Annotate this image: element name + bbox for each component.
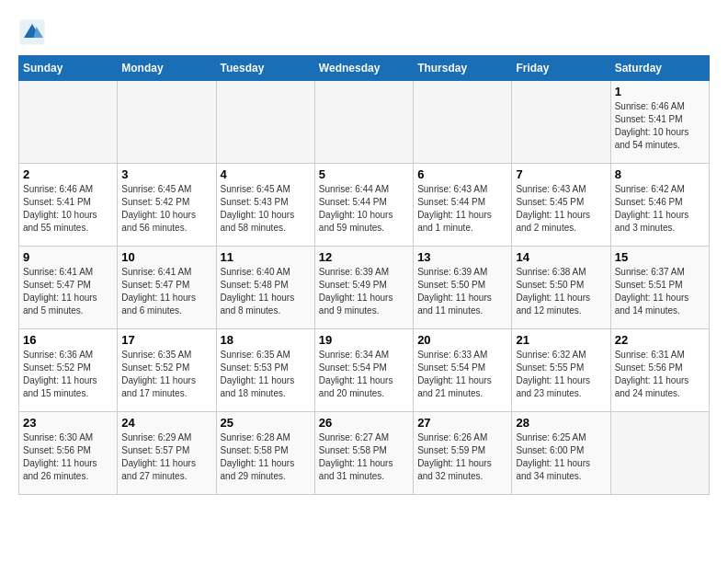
header: [18, 18, 710, 46]
day-number: 13: [417, 250, 507, 264]
day-number: 3: [121, 167, 211, 181]
day-number: 11: [221, 250, 311, 264]
day-number: 7: [516, 167, 606, 181]
day-info: Sunrise: 6:45 AM Sunset: 5:43 PM Dayligh…: [221, 183, 311, 235]
day-number: 24: [121, 416, 211, 430]
day-info: Sunrise: 6:25 AM Sunset: 6:00 PM Dayligh…: [516, 431, 606, 483]
day-number: 20: [417, 333, 507, 347]
day-number: 17: [121, 333, 211, 347]
calendar-cell: 1Sunrise: 6:46 AM Sunset: 5:41 PM Daylig…: [610, 81, 709, 164]
day-number: 2: [23, 167, 113, 181]
day-number: 23: [23, 416, 113, 430]
calendar-cell: 22Sunrise: 6:31 AM Sunset: 5:56 PM Dayli…: [610, 329, 709, 412]
week-row-5: 23Sunrise: 6:30 AM Sunset: 5:56 PM Dayli…: [19, 412, 710, 495]
calendar-cell: [118, 81, 216, 164]
day-info: Sunrise: 6:39 AM Sunset: 5:50 PM Dayligh…: [417, 266, 507, 317]
day-info: Sunrise: 6:41 AM Sunset: 5:47 PM Dayligh…: [121, 266, 211, 317]
calendar-cell: 4Sunrise: 6:45 AM Sunset: 5:43 PM Daylig…: [216, 164, 314, 247]
day-number: 8: [615, 167, 705, 181]
day-info: Sunrise: 6:33 AM Sunset: 5:54 PM Dayligh…: [417, 349, 507, 400]
calendar-cell: 24Sunrise: 6:29 AM Sunset: 5:57 PM Dayli…: [118, 412, 216, 495]
day-info: Sunrise: 6:27 AM Sunset: 5:58 PM Dayligh…: [319, 431, 409, 483]
week-row-2: 2Sunrise: 6:46 AM Sunset: 5:41 PM Daylig…: [19, 164, 710, 247]
calendar-cell: 20Sunrise: 6:33 AM Sunset: 5:54 PM Dayli…: [414, 329, 512, 412]
calendar-cell: 10Sunrise: 6:41 AM Sunset: 5:47 PM Dayli…: [118, 247, 216, 329]
calendar-cell: [610, 412, 709, 495]
day-info: Sunrise: 6:28 AM Sunset: 5:58 PM Dayligh…: [221, 431, 311, 483]
day-number: 9: [23, 250, 113, 264]
day-info: Sunrise: 6:46 AM Sunset: 5:41 PM Dayligh…: [23, 183, 113, 235]
day-info: Sunrise: 6:29 AM Sunset: 5:57 PM Dayligh…: [121, 431, 211, 483]
calendar-cell: 3Sunrise: 6:45 AM Sunset: 5:42 PM Daylig…: [118, 164, 216, 247]
day-number: 12: [319, 250, 409, 264]
col-header-wednesday: Wednesday: [314, 56, 413, 81]
calendar-cell: 13Sunrise: 6:39 AM Sunset: 5:50 PM Dayli…: [414, 247, 512, 329]
day-info: Sunrise: 6:42 AM Sunset: 5:46 PM Dayligh…: [615, 183, 705, 235]
day-info: Sunrise: 6:41 AM Sunset: 5:47 PM Dayligh…: [23, 266, 113, 317]
day-number: 10: [121, 250, 211, 264]
calendar-cell: 5Sunrise: 6:44 AM Sunset: 5:44 PM Daylig…: [314, 164, 413, 247]
calendar-cell: 16Sunrise: 6:36 AM Sunset: 5:52 PM Dayli…: [19, 329, 118, 412]
logo-icon: [18, 18, 46, 46]
day-info: Sunrise: 6:31 AM Sunset: 5:56 PM Dayligh…: [615, 349, 705, 400]
day-number: 1: [615, 85, 705, 98]
calendar-cell: 26Sunrise: 6:27 AM Sunset: 5:58 PM Dayli…: [314, 412, 413, 495]
day-info: Sunrise: 6:43 AM Sunset: 5:45 PM Dayligh…: [516, 183, 606, 235]
day-number: 22: [615, 333, 705, 347]
calendar-cell: [19, 81, 118, 164]
day-number: 15: [615, 250, 705, 264]
calendar-cell: 8Sunrise: 6:42 AM Sunset: 5:46 PM Daylig…: [610, 164, 709, 247]
day-info: Sunrise: 6:30 AM Sunset: 5:56 PM Dayligh…: [23, 431, 113, 483]
day-info: Sunrise: 6:32 AM Sunset: 5:55 PM Dayligh…: [516, 349, 606, 400]
day-number: 14: [516, 250, 606, 264]
calendar-cell: 7Sunrise: 6:43 AM Sunset: 5:45 PM Daylig…: [512, 164, 610, 247]
day-info: Sunrise: 6:34 AM Sunset: 5:54 PM Dayligh…: [319, 349, 409, 400]
calendar-cell: 9Sunrise: 6:41 AM Sunset: 5:47 PM Daylig…: [19, 247, 118, 329]
col-header-monday: Monday: [118, 56, 216, 81]
logo: [18, 18, 50, 46]
week-row-4: 16Sunrise: 6:36 AM Sunset: 5:52 PM Dayli…: [19, 329, 710, 412]
day-info: Sunrise: 6:35 AM Sunset: 5:52 PM Dayligh…: [121, 349, 211, 400]
calendar-cell: 28Sunrise: 6:25 AM Sunset: 6:00 PM Dayli…: [512, 412, 610, 495]
calendar-cell: 6Sunrise: 6:43 AM Sunset: 5:44 PM Daylig…: [414, 164, 512, 247]
calendar-cell: [512, 81, 610, 164]
col-header-tuesday: Tuesday: [216, 56, 314, 81]
col-header-saturday: Saturday: [610, 56, 709, 81]
calendar-cell: 21Sunrise: 6:32 AM Sunset: 5:55 PM Dayli…: [512, 329, 610, 412]
week-row-1: 1Sunrise: 6:46 AM Sunset: 5:41 PM Daylig…: [19, 81, 710, 164]
day-info: Sunrise: 6:26 AM Sunset: 5:59 PM Dayligh…: [417, 431, 507, 483]
day-number: 6: [417, 167, 507, 181]
day-number: 16: [23, 333, 113, 347]
day-number: 21: [516, 333, 606, 347]
calendar-cell: 15Sunrise: 6:37 AM Sunset: 5:51 PM Dayli…: [610, 247, 709, 329]
day-info: Sunrise: 6:44 AM Sunset: 5:44 PM Dayligh…: [319, 183, 409, 235]
day-info: Sunrise: 6:36 AM Sunset: 5:52 PM Dayligh…: [23, 349, 113, 400]
calendar-cell: 27Sunrise: 6:26 AM Sunset: 5:59 PM Dayli…: [414, 412, 512, 495]
day-info: Sunrise: 6:45 AM Sunset: 5:42 PM Dayligh…: [121, 183, 211, 235]
calendar-cell: [216, 81, 314, 164]
calendar-cell: 17Sunrise: 6:35 AM Sunset: 5:52 PM Dayli…: [118, 329, 216, 412]
day-number: 25: [221, 416, 311, 430]
day-info: Sunrise: 6:39 AM Sunset: 5:49 PM Dayligh…: [319, 266, 409, 317]
day-info: Sunrise: 6:43 AM Sunset: 5:44 PM Dayligh…: [417, 183, 507, 235]
col-header-sunday: Sunday: [19, 56, 118, 81]
calendar-cell: 18Sunrise: 6:35 AM Sunset: 5:53 PM Dayli…: [216, 329, 314, 412]
col-header-friday: Friday: [512, 56, 610, 81]
day-number: 18: [221, 333, 311, 347]
calendar-cell: 11Sunrise: 6:40 AM Sunset: 5:48 PM Dayli…: [216, 247, 314, 329]
day-info: Sunrise: 6:46 AM Sunset: 5:41 PM Dayligh…: [615, 100, 705, 152]
calendar-cell: [314, 81, 413, 164]
day-number: 26: [319, 416, 409, 430]
calendar-cell: 14Sunrise: 6:38 AM Sunset: 5:50 PM Dayli…: [512, 247, 610, 329]
day-number: 4: [221, 167, 311, 181]
calendar-cell: [414, 81, 512, 164]
day-number: 19: [319, 333, 409, 347]
day-info: Sunrise: 6:35 AM Sunset: 5:53 PM Dayligh…: [221, 349, 311, 400]
day-info: Sunrise: 6:38 AM Sunset: 5:50 PM Dayligh…: [516, 266, 606, 317]
calendar-table: SundayMondayTuesdayWednesdayThursdayFrid…: [18, 55, 710, 495]
day-number: 5: [319, 167, 409, 181]
day-info: Sunrise: 6:37 AM Sunset: 5:51 PM Dayligh…: [615, 266, 705, 317]
calendar-cell: 19Sunrise: 6:34 AM Sunset: 5:54 PM Dayli…: [314, 329, 413, 412]
calendar-cell: 2Sunrise: 6:46 AM Sunset: 5:41 PM Daylig…: [19, 164, 118, 247]
col-header-thursday: Thursday: [414, 56, 512, 81]
